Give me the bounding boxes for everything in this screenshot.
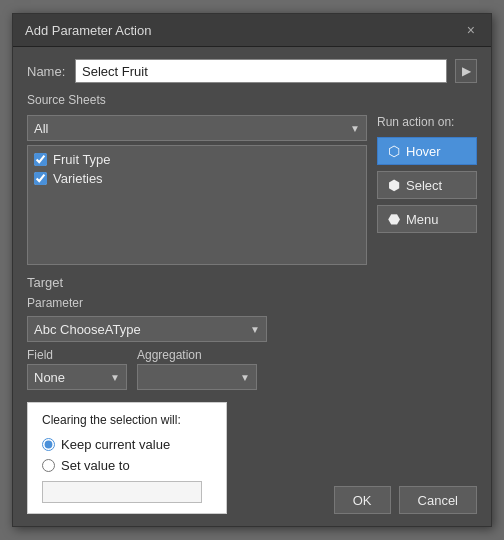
list-item: Fruit Type <box>34 152 360 167</box>
source-sheets-section: Source Sheets All ▼ Fruit Type <box>27 93 477 265</box>
field-label: Field <box>27 348 127 362</box>
name-row: Name: ▶ <box>27 59 477 83</box>
keep-current-row: Keep current value <box>42 437 212 452</box>
source-sheets-inner: All ▼ Fruit Type Varieties <box>27 115 477 265</box>
target-label: Target <box>27 275 477 290</box>
select-label: Select <box>406 178 442 193</box>
set-value-input[interactable] <box>42 481 202 503</box>
aggregation-label: Aggregation <box>137 348 257 362</box>
source-sheets-label: Source Sheets <box>27 93 477 107</box>
varieties-label: Varieties <box>53 171 103 186</box>
field-dropdown-arrow-icon: ▼ <box>110 372 120 383</box>
list-item: Varieties <box>34 171 360 186</box>
add-parameter-action-dialog: Add Parameter Action × Name: ▶ Source Sh… <box>12 13 492 527</box>
varieties-checkbox[interactable] <box>34 172 47 185</box>
field-dropdown[interactable]: None ▼ <box>27 364 127 390</box>
select-button[interactable]: ⬢ Select <box>377 171 477 199</box>
keep-current-radio[interactable] <box>42 438 55 451</box>
dropdown-arrow-icon: ▼ <box>350 123 360 134</box>
parameter-value: Abc ChooseAType <box>34 322 141 337</box>
aggregation-dropdown[interactable]: ▼ <box>137 364 257 390</box>
menu-label: Menu <box>406 212 439 227</box>
select-icon: ⬢ <box>388 178 400 192</box>
parameter-label: Parameter <box>27 296 477 310</box>
dialog-body: Name: ▶ Source Sheets All ▼ Fruit Type <box>13 47 491 402</box>
aggregation-col: Aggregation ▼ <box>137 348 257 390</box>
clearing-box: Clearing the selection will: Keep curren… <box>27 402 227 514</box>
field-aggregation-row: Field None ▼ Aggregation ▼ <box>27 348 477 390</box>
name-arrow-button[interactable]: ▶ <box>455 59 477 83</box>
menu-icon: ⬣ <box>388 212 400 226</box>
cancel-button[interactable]: Cancel <box>399 486 477 514</box>
keep-current-label: Keep current value <box>61 437 170 452</box>
fruit-type-label: Fruit Type <box>53 152 111 167</box>
hover-icon: ⬡ <box>388 144 400 158</box>
aggr-dropdown-arrow-icon: ▼ <box>240 372 250 383</box>
source-left: All ▼ Fruit Type Varieties <box>27 115 367 265</box>
target-section: Target Parameter Abc ChooseAType ▼ Field… <box>27 275 477 390</box>
field-col: Field None ▼ <box>27 348 127 390</box>
source-dropdown-value: All <box>34 121 48 136</box>
run-action-section: Run action on: ⬡ Hover ⬢ Select ⬣ Menu <box>377 115 477 233</box>
ok-cancel-row: OK Cancel <box>334 486 477 514</box>
close-button[interactable]: × <box>463 22 479 38</box>
dialog-title: Add Parameter Action <box>25 23 151 38</box>
run-action-label: Run action on: <box>377 115 477 129</box>
set-value-row: Set value to <box>42 458 212 473</box>
clearing-title: Clearing the selection will: <box>42 413 212 427</box>
hover-button[interactable]: ⬡ Hover <box>377 137 477 165</box>
menu-button[interactable]: ⬣ Menu <box>377 205 477 233</box>
name-input[interactable] <box>75 59 447 83</box>
hover-label: Hover <box>406 144 441 159</box>
fruit-type-checkbox[interactable] <box>34 153 47 166</box>
set-value-label: Set value to <box>61 458 130 473</box>
ok-button[interactable]: OK <box>334 486 391 514</box>
bottom-area: Clearing the selection will: Keep curren… <box>13 402 491 526</box>
parameter-dropdown[interactable]: Abc ChooseAType ▼ <box>27 316 267 342</box>
param-dropdown-arrow-icon: ▼ <box>250 324 260 335</box>
source-list: Fruit Type Varieties <box>27 145 367 265</box>
name-label: Name: <box>27 64 67 79</box>
set-value-radio[interactable] <box>42 459 55 472</box>
source-dropdown[interactable]: All ▼ <box>27 115 367 141</box>
field-value: None <box>34 370 65 385</box>
title-bar: Add Parameter Action × <box>13 14 491 47</box>
